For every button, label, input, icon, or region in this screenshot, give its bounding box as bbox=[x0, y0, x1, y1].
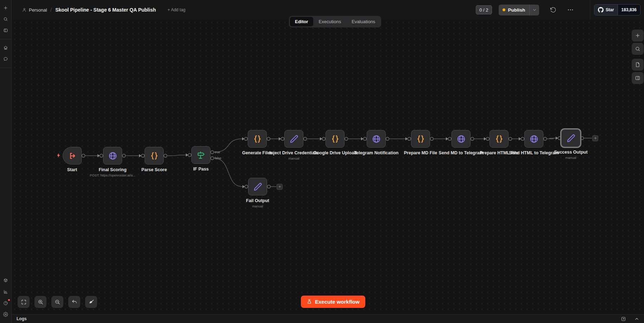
breadcrumb-project[interactable]: Personal bbox=[29, 7, 47, 13]
add-node-button[interactable] bbox=[632, 30, 644, 41]
help-button[interactable] bbox=[1, 298, 10, 308]
header-actions: 0 / 2 Publish Star 183,836 bbox=[476, 0, 644, 20]
notification-dot bbox=[8, 299, 10, 301]
breadcrumb: Personal / Skool Pipeline - Stage 6 Mast… bbox=[12, 7, 188, 13]
plus-icon bbox=[635, 33, 640, 38]
plus-icon bbox=[594, 136, 597, 140]
user-icon bbox=[22, 7, 27, 12]
workflow-node-start[interactable] bbox=[63, 147, 82, 164]
github-star-label: Star bbox=[606, 7, 614, 12]
tab-editor[interactable]: Editor bbox=[290, 17, 313, 26]
search-nodes-button[interactable] bbox=[632, 43, 644, 55]
insights-button[interactable] bbox=[1, 287, 10, 296]
sticky-note-button[interactable] bbox=[632, 59, 644, 71]
add-node-endpoint[interactable] bbox=[277, 184, 283, 190]
fit-view-button[interactable] bbox=[18, 296, 30, 308]
tab-executions[interactable]: Executions bbox=[314, 17, 346, 26]
breadcrumb-separator: / bbox=[50, 7, 52, 13]
package-icon bbox=[3, 278, 8, 284]
logs-popout-button[interactable] bbox=[621, 316, 626, 322]
zoom-in-icon bbox=[38, 299, 44, 305]
panel-right-icon bbox=[635, 75, 640, 81]
plus-icon bbox=[278, 185, 282, 188]
workflow-node-success-output[interactable] bbox=[561, 129, 580, 147]
workflow-node-if-pass[interactable] bbox=[191, 146, 210, 164]
publish-button[interactable]: Publish bbox=[499, 5, 539, 15]
home-icon bbox=[3, 45, 8, 51]
workflow-node-generate-files[interactable] bbox=[248, 130, 267, 148]
trigger-icon bbox=[68, 151, 77, 161]
braces-icon bbox=[253, 134, 262, 144]
flask-icon bbox=[307, 299, 312, 305]
workflow-node-prepare-md-file[interactable] bbox=[411, 130, 430, 148]
chat-button[interactable] bbox=[1, 54, 10, 63]
workflow-node-fail-output[interactable] bbox=[248, 178, 267, 195]
tab-evaluations[interactable]: Evaluations bbox=[347, 17, 380, 26]
bolt-icon bbox=[56, 153, 61, 158]
globe-icon bbox=[372, 134, 381, 144]
logs-expand-button[interactable] bbox=[634, 317, 639, 321]
tidy-up-button[interactable] bbox=[85, 296, 97, 308]
undo-button[interactable] bbox=[68, 296, 80, 308]
globe-icon bbox=[529, 134, 539, 144]
gear-icon bbox=[3, 311, 8, 317]
workflow-canvas[interactable]: truefalse StartFinal ScoringPOST: https:… bbox=[12, 20, 644, 314]
history-button[interactable] bbox=[550, 7, 556, 13]
connections-layer: truefalse bbox=[12, 20, 644, 314]
sidebar-divider bbox=[0, 39, 12, 39]
svg-text:true: true bbox=[215, 150, 220, 154]
zoom-out-button[interactable] bbox=[51, 296, 63, 308]
templates-button[interactable] bbox=[1, 276, 10, 285]
workflow-node-parse-score[interactable] bbox=[145, 147, 164, 164]
execute-workflow-button[interactable]: Execute workflow bbox=[301, 296, 365, 308]
publish-main: Publish bbox=[499, 5, 530, 15]
tidy-up-icon bbox=[88, 299, 94, 305]
logs-panel[interactable]: Logs bbox=[12, 314, 644, 323]
workflow-node-send-md-to-telegram[interactable] bbox=[452, 130, 471, 148]
workflow-node-google-drive-upload[interactable] bbox=[326, 130, 345, 148]
zoom-in-button[interactable] bbox=[34, 296, 46, 308]
workflow-title[interactable]: Skool Pipeline - Stage 6 Master QA Publi… bbox=[55, 7, 156, 13]
braces-icon bbox=[330, 134, 340, 144]
github-star-button[interactable]: Star bbox=[594, 5, 617, 15]
left-sidebar bbox=[0, 0, 12, 323]
braces-icon bbox=[494, 134, 504, 144]
more-options-button[interactable] bbox=[567, 6, 574, 14]
create-button[interactable] bbox=[1, 3, 10, 12]
toggle-right-panel-button[interactable] bbox=[632, 72, 644, 84]
github-star-widget[interactable]: Star 183,836 bbox=[594, 4, 640, 15]
n8n-workflow-editor: Personal / Skool Pipeline - Stage 6 Mast… bbox=[0, 0, 644, 323]
workflow-node-send-html-to-telegram[interactable] bbox=[524, 130, 543, 148]
toggle-sidebar-button[interactable] bbox=[1, 26, 10, 35]
search-icon bbox=[635, 46, 640, 52]
zoom-out-icon bbox=[55, 299, 61, 305]
signpost-icon bbox=[196, 150, 206, 160]
execute-workflow-label: Execute workflow bbox=[315, 299, 360, 305]
pencil-icon bbox=[289, 134, 299, 144]
search-icon bbox=[3, 16, 8, 22]
braces-icon bbox=[150, 151, 159, 161]
pencil-icon bbox=[566, 134, 576, 143]
bar-chart-icon bbox=[3, 289, 8, 295]
workflow-node-prepare-html-file[interactable] bbox=[490, 130, 509, 148]
help-icon bbox=[3, 300, 8, 306]
add-node-endpoint[interactable] bbox=[592, 135, 598, 141]
publish-label: Publish bbox=[508, 7, 525, 13]
overview-button[interactable] bbox=[1, 43, 10, 52]
braces-icon bbox=[416, 134, 425, 144]
panel-left-icon bbox=[3, 27, 8, 33]
fit-view-icon bbox=[21, 299, 27, 305]
github-star-count[interactable]: 183,836 bbox=[618, 5, 640, 15]
settings-button[interactable] bbox=[1, 310, 10, 319]
header-divider bbox=[590, 0, 590, 20]
workflow-node-inject-drive-credentials[interactable] bbox=[284, 130, 303, 148]
workflow-node-telegram-notification[interactable] bbox=[367, 130, 386, 148]
publish-status-dot bbox=[503, 8, 505, 11]
publish-dropdown-button[interactable] bbox=[529, 5, 539, 15]
history-icon bbox=[550, 7, 556, 13]
issues-badge[interactable]: 0 / 2 bbox=[476, 5, 492, 14]
logs-title: Logs bbox=[17, 316, 27, 321]
search-button[interactable] bbox=[1, 14, 10, 24]
workflow-node-final-scoring[interactable] bbox=[103, 147, 122, 164]
add-tag-button[interactable]: + Add tag bbox=[165, 7, 188, 13]
